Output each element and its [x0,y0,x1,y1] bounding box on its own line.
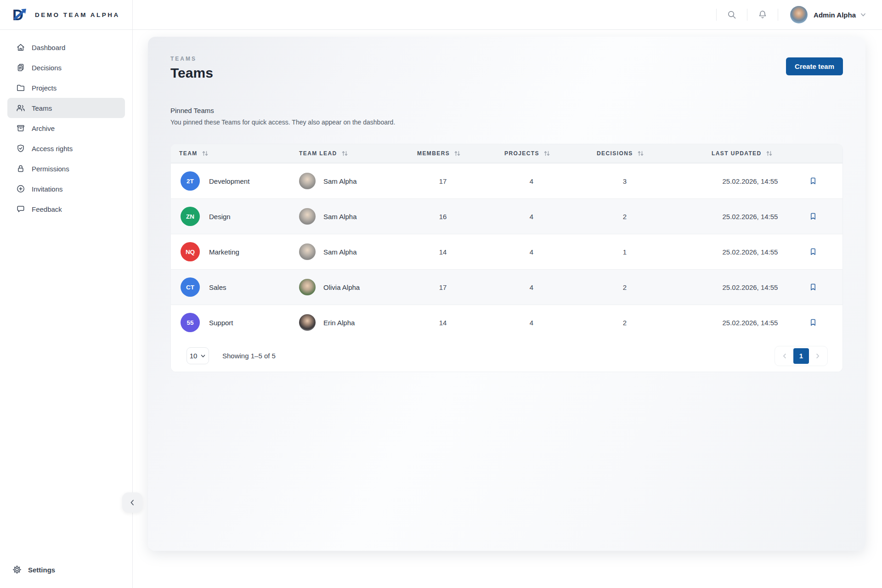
avatar [299,173,316,189]
last-updated: 25.02.2026, 14:55 [712,248,789,256]
team-lead-name: Erin Alpha [323,319,355,327]
column-header-members[interactable]: MEMBERS [409,150,496,157]
table-row[interactable]: 2TDevelopment Sam Alpha 17 4 3 25.02.202… [171,163,842,198]
sort-icon [766,150,773,157]
projects-count: 4 [504,213,559,220]
team-initials-badge: CT [181,277,200,297]
decisions-count: 2 [597,319,653,327]
archive-icon [16,124,25,133]
sidebar-item-permissions[interactable]: Permissions [7,158,125,179]
avatar [299,243,316,260]
sidebar-item-label: Access rights [32,145,73,153]
team-name: Support [209,319,233,327]
previous-page-button[interactable] [777,348,792,364]
team-name: Sales [209,283,226,291]
page-size-select[interactable]: 10 [187,347,209,364]
page-1-button[interactable]: 1 [793,348,809,364]
lock-icon [16,164,25,173]
shield-check-icon [16,144,25,153]
sidebar-item-settings[interactable]: Settings [0,560,132,580]
column-header-last-updated[interactable]: LAST UPDATED [703,150,802,157]
sort-icon [543,150,550,157]
team-name: Marketing [209,248,239,256]
sidebar-item-feedback[interactable]: Feedback [7,199,125,219]
sort-icon [341,150,348,157]
table-row[interactable]: CTSales Olivia Alpha 17 4 2 25.02.2026, … [171,269,842,305]
sidebar-item-archive[interactable]: Archive [7,118,125,138]
brand: D DEMO TEAM ALPHA [0,0,132,30]
sidebar-item-decisions[interactable]: Decisions [7,57,125,78]
chevron-left-icon [129,499,136,506]
column-header-projects[interactable]: PROJECTS [496,150,588,157]
pager: 1 [775,346,828,366]
avatar [299,279,316,295]
last-updated: 25.02.2026, 14:55 [712,177,789,185]
main-content: TEAMS Teams Create team Pinned Teams You… [133,30,882,588]
last-updated: 25.02.2026, 14:55 [712,319,789,327]
sort-icon [454,150,461,157]
sidebar-nav: Dashboard Decisions Projects Teams [0,30,132,219]
home-icon [16,43,25,52]
pinned-teams-description: You pinned these Teams for quick access.… [170,119,843,126]
teams-table: TEAM TEAM LEAD MEMBERS PROJECTS [170,144,843,372]
last-updated: 25.02.2026, 14:55 [712,213,789,220]
sort-icon [637,150,644,157]
team-lead-name: Sam Alpha [323,248,357,256]
table-row[interactable]: 55Support Erin Alpha 14 4 2 25.02.2026, … [171,305,842,340]
bookmark-button[interactable] [807,175,820,187]
bookmark-icon [808,247,818,256]
sidebar-item-invitations[interactable]: Invitations [7,179,125,199]
team-lead-name: Sam Alpha [323,177,357,185]
team-name: Design [209,213,231,220]
column-header-team-lead[interactable]: TEAM LEAD [291,150,409,157]
settings-label: Settings [28,566,55,574]
sort-icon [202,150,209,157]
decisions-count: 2 [597,283,653,291]
notifications-button[interactable] [747,6,778,24]
decisions-count: 3 [597,177,653,185]
sidebar-item-teams[interactable]: Teams [7,98,125,118]
sidebar-item-projects[interactable]: Projects [7,78,125,98]
team-lead-name: Sam Alpha [323,213,357,220]
sidebar-item-label: Projects [32,84,57,92]
sidebar-item-dashboard[interactable]: Dashboard [7,37,125,57]
sidebar: D DEMO TEAM ALPHA Dashboard Decisions [0,0,133,588]
sidebar-item-label: Teams [32,104,52,112]
column-header-team[interactable]: TEAM [171,150,291,157]
bookmark-button[interactable] [807,281,820,294]
bookmark-icon [808,283,818,292]
sidebar-collapse-button[interactable] [122,492,142,513]
next-page-button[interactable] [810,348,825,364]
sidebar-item-label: Decisions [32,64,62,72]
team-lead-name: Olivia Alpha [323,283,360,291]
bookmark-button[interactable] [807,210,820,223]
create-team-button[interactable]: Create team [786,57,843,75]
members-count: 16 [417,213,469,220]
page-title: Teams [170,65,213,81]
search-button[interactable] [717,6,747,24]
table-row[interactable]: ZNDesign Sam Alpha 16 4 2 25.02.2026, 14… [171,198,842,234]
column-header-decisions[interactable]: DECISIONS [588,150,703,157]
table-row[interactable]: NQMarketing Sam Alpha 14 4 1 25.02.2026,… [171,234,842,269]
bookmark-icon [808,212,818,221]
pagination-bar: 10 Showing 1–5 of 5 1 [171,340,842,372]
bookmark-icon [808,176,818,186]
chevron-left-icon [781,353,788,359]
sidebar-item-label: Invitations [32,185,63,193]
user-menu[interactable]: Admin Alpha [790,6,866,23]
pinned-teams-title: Pinned Teams [170,107,843,114]
team-name: Development [209,177,249,185]
last-updated: 25.02.2026, 14:55 [712,283,789,291]
projects-count: 4 [504,283,559,291]
chevron-down-icon [200,353,206,359]
bookmark-button[interactable] [807,245,820,258]
members-count: 14 [417,319,469,327]
breadcrumb: TEAMS [170,56,213,62]
avatar [299,314,316,331]
decisions-count: 1 [597,248,653,256]
chevron-down-icon [860,11,866,18]
team-initials-badge: 55 [181,313,200,332]
projects-count: 4 [504,248,559,256]
sidebar-item-access-rights[interactable]: Access rights [7,138,125,158]
bookmark-button[interactable] [807,316,820,329]
